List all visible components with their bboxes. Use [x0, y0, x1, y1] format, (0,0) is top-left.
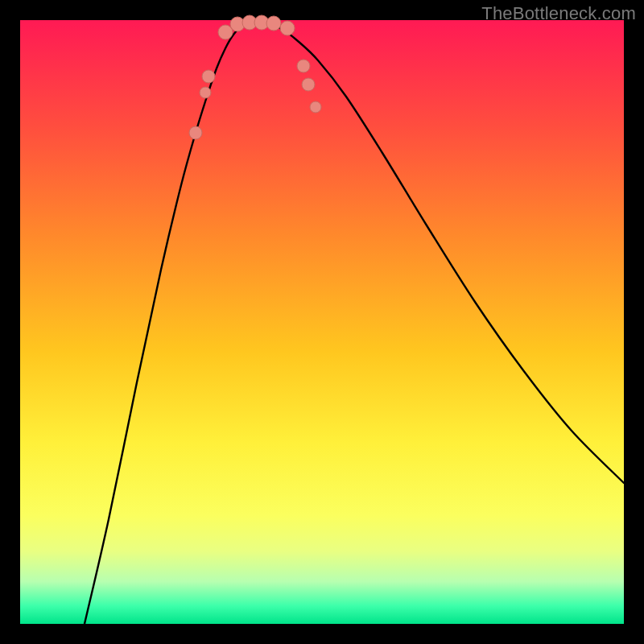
watermark-text: TheBottleneck.com	[481, 3, 636, 24]
data-marker	[297, 60, 310, 72]
chart-plot-area	[20, 20, 624, 624]
data-marker	[302, 78, 315, 91]
data-marker	[310, 101, 321, 113]
data-marker	[280, 21, 295, 35]
bottleneck-curve	[85, 23, 624, 624]
data-marker	[202, 70, 215, 83]
curve-group	[85, 23, 624, 624]
data-marker	[200, 87, 211, 98]
data-marker	[189, 126, 202, 139]
data-marker	[266, 16, 281, 31]
bottleneck-chart-svg	[20, 20, 624, 624]
data-markers-group	[189, 15, 321, 139]
